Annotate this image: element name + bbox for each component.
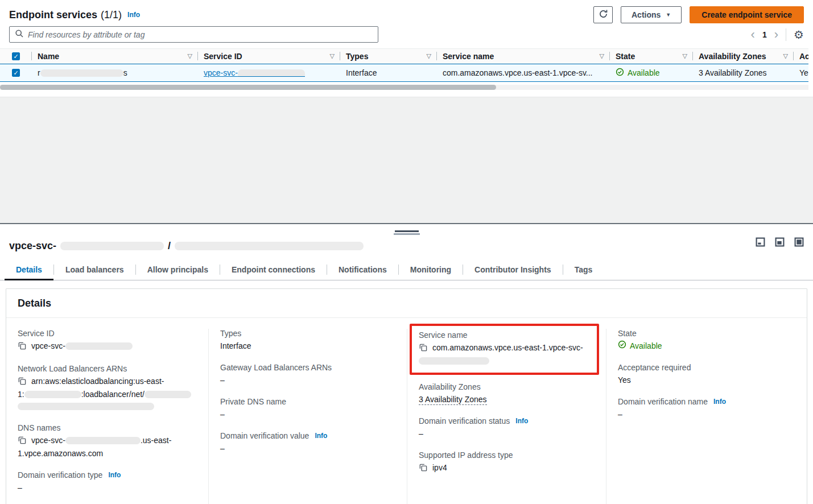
column-header-name: Name	[38, 52, 59, 61]
redacted-text	[238, 69, 305, 77]
cell-types: Interface	[340, 68, 437, 77]
redacted-text	[65, 437, 141, 444]
glb-arns-label: Gateway Load Balancers ARNs	[220, 363, 395, 372]
details-column-4: State Available Acceptance required Yes	[606, 329, 807, 504]
domain-verification-name-value: –	[618, 408, 795, 420]
select-all-checkbox[interactable]: ✓	[12, 52, 20, 60]
filter-icon[interactable]: ▽	[427, 52, 431, 60]
scrollbar-thumb[interactable]	[0, 85, 496, 90]
tab-allow-principals[interactable]: Allow principals	[136, 261, 220, 280]
glb-arns-value: –	[220, 374, 395, 386]
previous-page-icon[interactable]: ‹	[751, 29, 755, 40]
table-row[interactable]: ✓ rs vpce-svc- Interface com.amazonaws.v…	[0, 64, 813, 82]
nlb-arns-label: Network Load Balancers ARNs	[18, 364, 197, 373]
refresh-icon	[599, 9, 608, 20]
copy-icon[interactable]	[419, 343, 427, 355]
domain-verification-value-label: Domain verification value	[220, 431, 309, 440]
drawer-drag-handle[interactable]	[394, 230, 420, 235]
availability-zones-popover-trigger[interactable]: 3 Availability Zones	[699, 68, 767, 77]
panel-size-small-icon[interactable]	[756, 237, 765, 249]
panel-size-medium-icon[interactable]	[775, 237, 785, 249]
header-actions: Actions ▼ Create endpoint service	[593, 6, 804, 23]
filter-icon[interactable]: ▽	[783, 52, 788, 60]
state-label: Available	[628, 68, 660, 77]
search-input[interactable]	[28, 30, 373, 39]
tab-contributor-insights[interactable]: Contributor Insights	[463, 261, 563, 280]
copy-icon[interactable]	[18, 341, 26, 353]
tab-notifications[interactable]: Notifications	[327, 261, 398, 280]
service-id-link[interactable]: vpce-svc-	[204, 68, 305, 77]
state-label: State	[618, 329, 795, 338]
tab-tags[interactable]: Tags	[563, 261, 604, 280]
tab-details[interactable]: Details	[5, 261, 53, 280]
copy-icon[interactable]	[419, 463, 427, 475]
types-label: Types	[220, 329, 395, 338]
acceptance-required-label: Acceptance required	[618, 363, 795, 372]
state-available-badge: Available	[616, 68, 660, 78]
tab-load-balancers[interactable]: Load balancers	[54, 261, 135, 280]
info-link[interactable]: Info	[108, 471, 121, 479]
tab-endpoint-connections[interactable]: Endpoint connections	[220, 261, 327, 280]
check-circle-icon	[616, 68, 624, 78]
settings-gear-icon[interactable]: ⚙	[794, 29, 804, 40]
row-checkbox[interactable]: ✓	[12, 69, 20, 77]
panel-size-large-icon[interactable]	[794, 237, 804, 249]
current-page: 1	[762, 30, 767, 39]
search-box[interactable]	[9, 26, 378, 43]
create-endpoint-service-button[interactable]: Create endpoint service	[690, 6, 804, 23]
filter-icon[interactable]: ▽	[330, 52, 335, 60]
details-column-2: Types Interface Gateway Load Balancers A…	[209, 329, 407, 504]
redacted-text	[60, 242, 164, 250]
check-circle-icon	[618, 340, 626, 352]
next-page-icon[interactable]: ›	[774, 29, 778, 40]
copy-icon[interactable]	[18, 436, 26, 448]
pagination: ‹ 1 › ⚙	[751, 28, 804, 41]
column-header-service-name: Service name	[443, 52, 494, 61]
info-link[interactable]: Info	[315, 432, 327, 440]
endpoint-services-screen: Endpoint services (1/1) Info Actions ▼ C…	[0, 0, 813, 504]
info-link[interactable]: Info	[515, 417, 528, 425]
search-row: ‹ 1 › ⚙	[0, 26, 813, 43]
filter-icon[interactable]: ▽	[188, 52, 192, 60]
state-value: Available	[630, 340, 662, 352]
actions-button[interactable]: Actions ▼	[621, 6, 682, 23]
empty-background	[0, 97, 813, 223]
refresh-button[interactable]	[593, 6, 613, 23]
endpoint-services-table: ✓ Name▽ Service ID▽ Types▽ Service name▽…	[0, 48, 813, 90]
cell-service-name: com.amazonaws.vpce.us-east-1.vpce-sv...	[437, 68, 610, 77]
dns-names-label: DNS names	[18, 423, 197, 432]
copy-icon[interactable]	[18, 377, 26, 389]
redacted-text	[18, 403, 154, 410]
tab-monitoring[interactable]: Monitoring	[399, 261, 463, 280]
column-header-service-id: Service ID	[204, 52, 242, 61]
private-dns-name-value: –	[220, 408, 395, 420]
service-name-field-highlighted: Service name com.amazonaws.vpce.us-east-…	[410, 324, 599, 375]
drawer-title: vpce-svc- /	[9, 240, 804, 252]
service-name-label: Service name	[419, 331, 591, 340]
header-bar: Endpoint services (1/1) Info Actions ▼ C…	[0, 0, 813, 24]
split-panel-divider[interactable]	[0, 223, 813, 224]
redacted-text	[24, 391, 81, 398]
domain-verification-value-value: –	[220, 443, 395, 455]
domain-verification-name-label: Domain verification name	[618, 397, 708, 406]
cell-name: rs	[32, 68, 198, 77]
column-header-state: State	[616, 52, 635, 61]
info-link[interactable]: Info	[713, 398, 726, 406]
domain-verification-status-label: Domain verification status	[419, 416, 510, 425]
details-column-3: Service name com.amazonaws.vpce.us-east-…	[407, 329, 606, 504]
service-id-label: Service ID	[18, 329, 197, 338]
domain-verification-type-label: Domain verification type	[18, 470, 102, 480]
horizontal-scrollbar[interactable]	[0, 85, 808, 90]
page-title: Endpoint services	[9, 9, 97, 21]
redacted-text	[65, 342, 133, 350]
filter-icon[interactable]: ▽	[683, 52, 687, 60]
table-header-row: ✓ Name▽ Service ID▽ Types▽ Service name▽…	[0, 48, 813, 64]
service-name-value: com.amazonaws.vpce.us-east-1.vpce-svc-	[419, 342, 591, 367]
filter-icon[interactable]: ▽	[600, 52, 604, 60]
availability-zones-popover-trigger[interactable]: 3 Availability Zones	[419, 395, 487, 405]
column-header-availability-zones: Availability Zones	[699, 52, 766, 61]
table-right-gutter	[808, 48, 813, 90]
drawer-title-separator: /	[168, 240, 171, 252]
domain-verification-type-value: –	[18, 482, 197, 494]
info-link[interactable]: Info	[127, 11, 140, 19]
